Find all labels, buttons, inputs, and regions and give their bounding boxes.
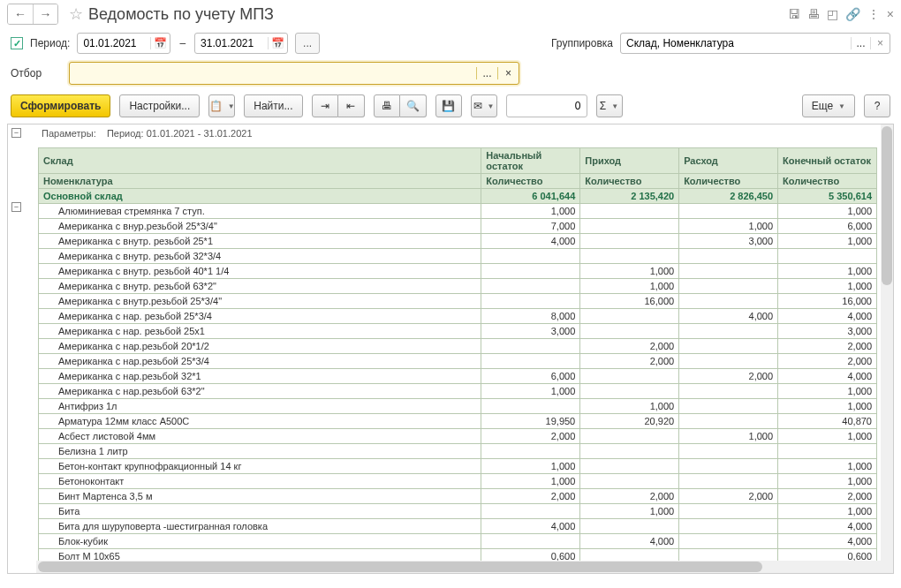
back-button[interactable]: ←	[8, 4, 33, 24]
table-row[interactable]: Американка с внур.резьбой 25*3/4"7,0001,…	[39, 219, 877, 234]
preview-icon[interactable]: ◰	[827, 7, 838, 21]
cell-start: 6,000	[481, 369, 580, 384]
cell-in: 4,000	[580, 534, 679, 549]
hscroll-thumb[interactable]	[38, 562, 762, 572]
close-icon[interactable]: ×	[887, 7, 894, 21]
forward-button[interactable]: →	[33, 4, 57, 24]
table-row[interactable]: Американка с внутр. резьбой 63*2"1,0001,…	[39, 279, 877, 294]
period-from-field[interactable]: 📅	[77, 33, 170, 54]
table-row[interactable]: Американка с внутр. резьбой 25*14,0003,0…	[39, 234, 877, 249]
grouping-select-button[interactable]: ...	[851, 37, 870, 49]
table-row[interactable]: Арматура 12мм класс А500С19,95020,92040,…	[39, 414, 877, 429]
table-row[interactable]: Асбест листовой 4мм2,0001,0001,000	[39, 429, 877, 444]
period-checkbox[interactable]: ✓	[11, 37, 23, 49]
settings-button[interactable]: Настройки...	[119, 94, 200, 117]
save-icon[interactable]: 🖫	[788, 7, 800, 21]
print-icon[interactable]: 🖶	[807, 7, 820, 21]
cell-end: 2,000	[778, 354, 877, 369]
table-row[interactable]: Бита для шуруповерта -шестигранная голов…	[39, 519, 877, 534]
cell-end	[778, 444, 877, 459]
grouping-clear-button[interactable]: ×	[870, 37, 890, 49]
sigma-button[interactable]: Σ▼	[596, 94, 623, 117]
vscroll-thumb[interactable]	[882, 126, 892, 285]
cell-out: 3,000	[679, 234, 778, 249]
filter-label: Отбор	[11, 67, 58, 79]
period-to-input[interactable]	[195, 35, 268, 51]
cell-end: 4,000	[778, 309, 877, 324]
more-menu-icon[interactable]: ⋮	[867, 7, 880, 21]
cell-end: 1,000	[778, 264, 877, 279]
th-start: Начальный остаток	[481, 148, 580, 174]
period-from-input[interactable]	[78, 35, 150, 51]
help-button[interactable]: ?	[864, 94, 890, 117]
cell-end: 1,000	[778, 459, 877, 474]
cell-start: 7,000	[481, 219, 580, 234]
table-row[interactable]: Антифриз 1л1,0001,000	[39, 399, 877, 414]
print-group: 🖶 🔍	[374, 94, 427, 117]
table-row[interactable]: Американка с нар. резьбой 25*3/48,0004,0…	[39, 309, 877, 324]
th-out: Расход	[679, 148, 778, 174]
filter-select-button[interactable]: ...	[476, 67, 497, 79]
cell-out	[679, 339, 778, 354]
collapse-all-icon[interactable]: −	[11, 128, 21, 138]
table-row[interactable]: Американка с нар.резьбой 25*3/42,0002,00…	[39, 354, 877, 369]
cell-out	[679, 414, 778, 429]
expand-button[interactable]: ⇥	[312, 94, 338, 117]
table-row[interactable]: Американка с нар.резьбой 63*2"1,0001,000	[39, 384, 877, 399]
star-icon[interactable]: ☆	[69, 4, 83, 24]
print-preview-button[interactable]: 🔍	[400, 94, 427, 117]
table-row[interactable]: Американка с внутр. резьбой 40*1 1/41,00…	[39, 264, 877, 279]
period-select-button[interactable]: ...	[295, 33, 320, 54]
table-row[interactable]: Алюминиевая стремянка 7 ступ.1,0001,000	[39, 204, 877, 219]
grouping-field[interactable]: ... ×	[620, 33, 890, 54]
table-row[interactable]: Бинт Мартенса 3,5 м2,0002,0002,0002,000	[39, 489, 877, 504]
table-row[interactable]: Бита1,0001,000	[39, 504, 877, 519]
cell-in	[580, 204, 679, 219]
expand-collapse-group: ⇥ ⇤	[312, 94, 365, 117]
grouping-input[interactable]	[621, 35, 851, 51]
table-row[interactable]: Американка с внутр.резьбой 25*3/4"16,000…	[39, 294, 877, 309]
cell-in	[580, 429, 679, 444]
table-row[interactable]: Американка с нар.резьбой 20*1/22,0002,00…	[39, 339, 877, 354]
cell-out	[679, 384, 778, 399]
cell-out	[679, 504, 778, 519]
more-button[interactable]: Еще▼	[802, 94, 855, 117]
mail-button[interactable]: ✉▼	[471, 94, 497, 117]
table-row[interactable]: Американка с нар. резьбой 25х13,0003,000	[39, 324, 877, 339]
filter-clear-button[interactable]: ×	[497, 67, 519, 79]
find-button[interactable]: Найти...	[244, 94, 302, 117]
sum-input[interactable]	[507, 98, 587, 114]
filter-field[interactable]: ... ×	[69, 62, 519, 85]
calendar-to-icon[interactable]: 📅	[268, 37, 287, 49]
filter-input[interactable]	[70, 65, 476, 81]
table-row[interactable]: Блок-кубик4,0004,000	[39, 534, 877, 549]
paste-button[interactable]: 📋▼	[208, 94, 235, 117]
calendar-icon[interactable]: 📅	[150, 37, 170, 49]
link-icon[interactable]: 🔗	[845, 7, 860, 21]
horizontal-scrollbar[interactable]	[36, 561, 881, 573]
total-row[interactable]: Основной склад 6 041,644 2 135,420 2 826…	[39, 189, 877, 204]
save-button[interactable]: 💾	[435, 94, 462, 117]
sum-field[interactable]	[506, 94, 587, 117]
period-to-field[interactable]: 📅	[194, 33, 288, 54]
collapse-group-icon[interactable]: −	[11, 202, 21, 212]
cell-end: 6,000	[778, 219, 877, 234]
table-row[interactable]: Белизна 1 литр	[39, 444, 877, 459]
cell-in: 1,000	[580, 504, 679, 519]
collapse-button[interactable]: ⇤	[338, 94, 365, 117]
form-button[interactable]: Сформировать	[11, 94, 110, 117]
cell-out	[679, 549, 778, 562]
print-button[interactable]: 🖶	[374, 94, 400, 117]
table-row[interactable]: Болт М 10х650,6000,600	[39, 549, 877, 562]
cell-name: Американка с нар. резьбой 25х1	[39, 324, 481, 339]
table-row[interactable]: Бетон-контакт крупнофракционный 14 кг1,0…	[39, 459, 877, 474]
table-row[interactable]: Бетоноконтакт1,0001,000	[39, 474, 877, 489]
cell-out	[679, 324, 778, 339]
cell-in	[580, 324, 679, 339]
total-end: 5 350,614	[778, 189, 877, 204]
table-row[interactable]: Американка с внутр. резьбой 32*3/4	[39, 249, 877, 264]
cell-out	[679, 444, 778, 459]
vertical-scrollbar[interactable]	[881, 124, 893, 561]
cell-start: 1,000	[481, 459, 580, 474]
table-row[interactable]: Американка с нар.резьбой 32*16,0002,0004…	[39, 369, 877, 384]
